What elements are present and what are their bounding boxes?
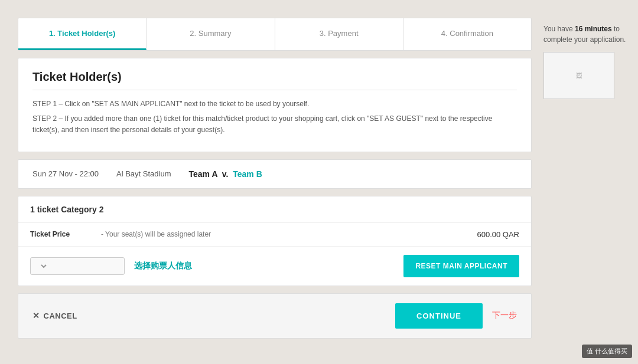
content-panel: 1. Ticket Holder(s) 2. Summary 3. Paymen… — [18, 18, 532, 346]
ticket-holder-card: Ticket Holder(s) STEP 1 – Click on "SET … — [18, 58, 532, 152]
ticket-price-value: 600.00 QAR — [477, 230, 519, 239]
step1-instruction: STEP 1 – Click on "SET AS MAIN APPLICANT… — [32, 99, 517, 110]
ticket-applicant-row: 选择购票人信息 RESET MAIN APPLICANT — [18, 247, 531, 286]
right-actions: CONTINUE 下一步 — [395, 303, 517, 329]
card-title: Ticket Holder(s) — [32, 70, 517, 90]
continue-button[interactable]: CONTINUE — [395, 303, 483, 329]
versus: v. — [222, 169, 229, 179]
step-2-summary[interactable]: 2. Summary — [147, 18, 275, 50]
event-bar: Sun 27 Nov - 22:00 Al Bayt Stadium Team … — [18, 159, 532, 189]
steps-bar: 1. Ticket Holder(s) 2. Summary 3. Paymen… — [18, 18, 532, 51]
ticket-price-row: Ticket Price - Your seat(s) will be assi… — [18, 223, 531, 247]
ticket-category: 1 ticket Category 2 — [18, 196, 531, 223]
event-venue: Al Bayt Stadium — [116, 169, 171, 178]
ticket-seat-note: - Your seat(s) will be assigned later — [101, 230, 477, 238]
applicant-select[interactable] — [37, 261, 48, 271]
applicant-select-wrapper[interactable] — [30, 257, 125, 275]
step-3-payment[interactable]: 3. Payment — [275, 18, 403, 50]
team-a: Team A — [189, 169, 218, 179]
step-1-ticket-holders[interactable]: 1. Ticket Holder(s) — [18, 18, 147, 50]
sidebar: You have 16 minutes to complete your app… — [543, 18, 626, 346]
watermark: 值 什么值得买 — [582, 345, 632, 358]
main-area: 1. Ticket Holder(s) 2. Summary 3. Paymen… — [0, 0, 638, 364]
select-applicant-label[interactable]: 选择购票人信息 — [134, 261, 192, 271]
reset-main-applicant-button[interactable]: RESET MAIN APPLICANT — [403, 255, 519, 277]
event-date: Sun 27 Nov - 22:00 — [32, 169, 99, 178]
x-icon: ✕ — [32, 311, 40, 320]
team-b: Team B — [233, 169, 262, 179]
step2-instruction: STEP 2 – If you added more than one (1) … — [32, 113, 517, 136]
event-match: Team A v. Team B — [189, 169, 262, 179]
sidebar-timer: You have 16 minutes to complete your app… — [543, 24, 626, 45]
action-bar: ✕ CANCEL CONTINUE 下一步 — [18, 293, 532, 339]
next-step-label: 下一步 — [492, 310, 517, 321]
ticket-section: 1 ticket Category 2 Ticket Price - Your … — [18, 196, 532, 286]
cancel-button[interactable]: ✕ CANCEL — [32, 311, 77, 320]
sidebar-image: 🖼 — [543, 52, 614, 99]
step-4-confirmation[interactable]: 4. Confirmation — [403, 18, 531, 50]
ticket-price-label: Ticket Price — [30, 230, 101, 238]
